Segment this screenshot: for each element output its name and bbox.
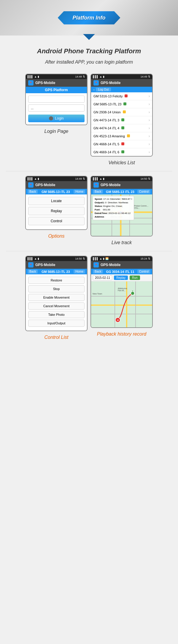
vehicle-name: GN 4669-14 iTL 6 [93, 150, 124, 154]
back-button[interactable]: Back [93, 270, 103, 273]
data-icon: ⇅ [83, 75, 85, 78]
locate-button[interactable]: Locate [28, 197, 85, 205]
data-icon: ⇅ [148, 177, 150, 180]
list-item[interactable]: GN 4669-14 iTL 6 › [91, 148, 152, 156]
logout-bar: ‹ Log Out [91, 87, 152, 92]
gps-app-icon: 📍 [93, 182, 99, 188]
list-item[interactable]: GM 5316-13 Felicity › [91, 92, 152, 100]
status-dot-green [121, 126, 124, 129]
middle-screens-row: ▌▌▌ ▲ ▮ 14:49 ⇅ 📍 GPS-Mobile Back GM 568… [0, 173, 178, 249]
vehicles-screen-pair: ▌▌▌ ▲ ▮ 14:49 ⇅ 📍 GPS-Mobile ‹ Log Out [90, 74, 153, 167]
control-button[interactable]: Control [137, 270, 150, 273]
login-platform-header: GPS Platform [26, 87, 87, 93]
nav-title: GM 5685-13 iTL 23 [38, 270, 74, 273]
login-body: Login [26, 93, 87, 125]
battery-icon: ▮ [38, 75, 39, 78]
status-dot-green [123, 102, 126, 105]
list-item[interactable]: GN 4523-13 Amaning › [91, 132, 152, 140]
restore-button[interactable]: Restore [28, 277, 85, 284]
data-icon: ⇅ [148, 257, 150, 260]
options-app-name: GPS-Mobile [35, 183, 55, 187]
chevron-right-icon: › [149, 94, 150, 98]
list-item[interactable]: GN 4668-14 iTL 5 › [91, 140, 152, 148]
enable-movement-button[interactable]: Enable Movement [28, 294, 85, 301]
photo-icon: 🌅 [105, 257, 109, 260]
list-item[interactable]: GN 2938-14 Union › [91, 108, 152, 116]
nav-title: GG 3034-14 iTL 11 [103, 270, 137, 273]
control-button[interactable]: Control [137, 190, 150, 194]
playback-status-bar: ▌▌▌ ▲ ▮ 🌅 15:24 ⇅ [91, 256, 152, 261]
battery-icon: ▮ [103, 75, 104, 78]
playback-screen-pair: ▌▌▌ ▲ ▮ 🌅 15:24 ⇅ 📍 GPS-Mobile Back GG 3… [90, 256, 153, 341]
status-time: 14:49 [75, 177, 82, 180]
back-button[interactable]: Back [93, 190, 103, 194]
cancel-movement-button[interactable]: Cancel Movement [28, 302, 85, 310]
control-app-name: GPS-Mobile [35, 263, 55, 267]
signal-icon: ▌▌▌ [28, 257, 33, 260]
playback-label: Playback history record [96, 330, 147, 338]
output-info: Output1: 0 Direction: Northeas [95, 201, 132, 205]
login-screen-pair: ▌▌▌ ▲ ▮ 14:48 ⇅ 📍 GPS-Mobile GPS Platfor… [25, 74, 88, 167]
battery-icon: ▮ [38, 257, 39, 260]
login-status-bar: ▌▌▌ ▲ ▮ 14:48 ⇅ [26, 74, 87, 79]
battery-icon: ▮ [38, 177, 39, 180]
subtitle: After installed APP, you can login platf… [0, 58, 178, 71]
playback-toolbar: 2015-02-11 Replay Run [91, 274, 152, 281]
playback-date[interactable]: 2015-02-11 [93, 275, 112, 280]
list-item[interactable]: GN 4473-14 iTL 3 › [91, 116, 152, 124]
vehicles-app-name: GPS-Mobile [101, 81, 120, 85]
status-dot-red [125, 94, 128, 97]
gps-app-icon: 📍 [28, 182, 34, 188]
logout-button[interactable]: Log Out [96, 88, 111, 91]
replay-button[interactable]: Replay [114, 276, 128, 280]
close-icon[interactable]: ✕ [130, 197, 133, 201]
control-status-bar: ▌▌▌ ▲ ▮ 14:50 ⇅ [26, 256, 87, 261]
login-app-name: GPS-Mobile [35, 81, 55, 85]
home-button[interactable]: Home [74, 270, 85, 273]
vehicles-app-header: 📍 GPS-Mobile [91, 79, 152, 87]
data-icon: ⇅ [83, 257, 85, 260]
password-input[interactable] [28, 104, 85, 112]
vehicle-name: GN 2938-14 Union [93, 110, 126, 114]
gps-app-icon: 📍 [93, 262, 99, 268]
gps-app-icon: 📍 [28, 80, 34, 86]
vehicle-info-popup: ✕ Speed: 17.11 Odometer: 5803.87 Output1… [93, 196, 134, 220]
options-status-bar: ▌▌▌ ▲ ▮ 14:49 ⇅ [26, 176, 87, 181]
wifi-icon: ▲ [34, 177, 37, 180]
control-nav: Back GM 5685-13 iTL 23 Home [26, 269, 87, 274]
take-photo-button[interactable]: Take Photo [28, 311, 85, 318]
top-screens-row: ▌▌▌ ▲ ▮ 14:48 ⇅ 📍 GPS-Mobile GPS Platfor… [0, 71, 178, 170]
gps-app-icon: 📍 [28, 262, 34, 268]
bottom-screens-row: ▌▌▌ ▲ ▮ 14:50 ⇅ 📍 GPS-Mobile Back GM 568… [0, 253, 178, 344]
signal-icon: ▌▌▌ [93, 75, 98, 78]
battery-icon: ▮ [103, 177, 104, 180]
vehicles-status-bar: ▌▌▌ ▲ ▮ 14:49 ⇅ [91, 74, 152, 79]
address-info: Address [95, 215, 132, 219]
svg-point-20 [131, 292, 134, 295]
back-button[interactable]: Back [28, 190, 38, 194]
replay-button[interactable]: Replay [28, 207, 85, 215]
list-item[interactable]: GN 4474-14 iTL 4 › [91, 124, 152, 132]
username-input[interactable] [28, 96, 85, 103]
status-time: 14:50 [75, 257, 82, 260]
input-output-button[interactable]: Input/Output [28, 320, 85, 327]
login-btn-label: Login [55, 116, 63, 120]
options-nav: Back GM 5685-13 iTL 23 Home [26, 189, 87, 194]
back-button[interactable]: Back [28, 270, 38, 273]
control-screen-pair: ▌▌▌ ▲ ▮ 14:50 ⇅ 📍 GPS-Mobile Back GM 568… [25, 256, 88, 341]
login-button[interactable]: Login [28, 115, 85, 122]
home-button[interactable]: Home [74, 190, 85, 194]
login-label: Login Page [43, 128, 70, 135]
list-item[interactable]: GM 5685-13 iTL 23 › [91, 100, 152, 108]
status-time: 15:24 [140, 257, 147, 260]
datetime-info: Date&Time: 2015-02-11 06:46:12 [95, 212, 132, 215]
svg-text:✕: ✕ [117, 319, 119, 322]
nav-title: GM 5685-13 iTL 23 [103, 190, 137, 194]
divider-1 [6, 171, 172, 171]
run-button[interactable]: Run [130, 276, 140, 280]
stop-button[interactable]: Stop [28, 285, 85, 292]
playback-app-name: GPS-Mobile [101, 263, 120, 267]
control-label: Control List [43, 334, 70, 341]
control-button[interactable]: Control [28, 217, 85, 225]
status-info: Status: Engine On; Close; [95, 205, 132, 208]
